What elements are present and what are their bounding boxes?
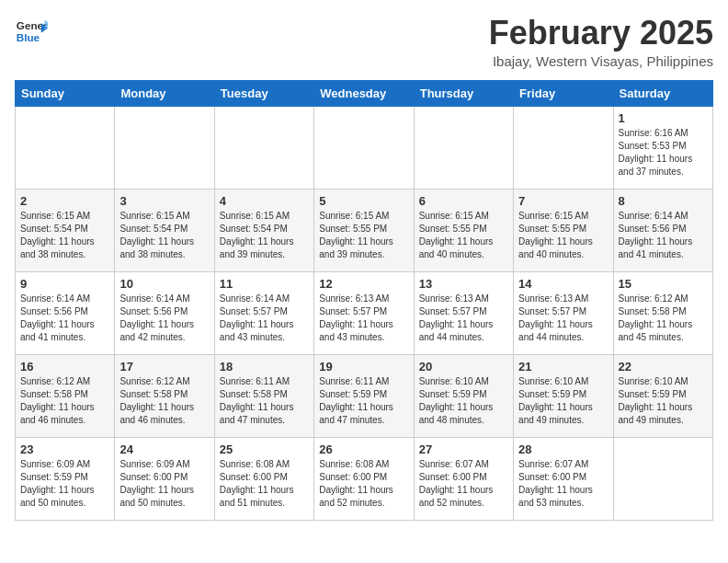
day-info: Sunrise: 6:16 AM Sunset: 5:53 PM Dayligh…	[619, 127, 708, 178]
calendar-cell: 3Sunrise: 6:15 AM Sunset: 5:54 PM Daylig…	[115, 189, 214, 271]
calendar-cell: 16Sunrise: 6:12 AM Sunset: 5:58 PM Dayli…	[16, 354, 115, 437]
weekday-header-saturday: Saturday	[613, 80, 712, 106]
calendar-cell: 27Sunrise: 6:07 AM Sunset: 6:00 PM Dayli…	[414, 437, 513, 520]
day-info: Sunrise: 6:12 AM Sunset: 5:58 PM Dayligh…	[20, 375, 109, 427]
location-subtitle: Ibajay, Western Visayas, Philippines	[489, 53, 713, 69]
day-info: Sunrise: 6:15 AM Sunset: 5:54 PM Dayligh…	[220, 210, 309, 261]
day-info: Sunrise: 6:09 AM Sunset: 5:59 PM Dayligh…	[20, 458, 109, 510]
day-info: Sunrise: 6:15 AM Sunset: 5:55 PM Dayligh…	[419, 210, 508, 261]
weekday-header-tuesday: Tuesday	[214, 80, 313, 106]
calendar-cell: 4Sunrise: 6:15 AM Sunset: 5:54 PM Daylig…	[214, 189, 313, 271]
day-number: 7	[518, 194, 608, 208]
day-number: 9	[20, 277, 109, 291]
weekday-header-monday: Monday	[115, 80, 214, 106]
calendar-cell: 13Sunrise: 6:13 AM Sunset: 5:57 PM Dayli…	[414, 271, 513, 354]
day-info: Sunrise: 6:14 AM Sunset: 5:56 PM Dayligh…	[119, 293, 209, 344]
calendar-cell	[115, 106, 214, 189]
day-number: 1	[619, 111, 708, 125]
day-info: Sunrise: 6:15 AM Sunset: 5:55 PM Dayligh…	[319, 210, 408, 261]
logo: General Blue	[15, 15, 48, 48]
day-info: Sunrise: 6:15 AM Sunset: 5:55 PM Dayligh…	[518, 210, 608, 261]
day-info: Sunrise: 6:11 AM Sunset: 5:59 PM Dayligh…	[319, 375, 408, 427]
day-info: Sunrise: 6:11 AM Sunset: 5:58 PM Dayligh…	[220, 375, 309, 427]
day-info: Sunrise: 6:13 AM Sunset: 5:57 PM Dayligh…	[319, 293, 408, 344]
day-number: 6	[419, 194, 508, 208]
day-number: 19	[319, 360, 408, 373]
day-number: 5	[319, 194, 408, 208]
calendar-cell: 10Sunrise: 6:14 AM Sunset: 5:56 PM Dayli…	[115, 271, 214, 354]
week-row-2: 2Sunrise: 6:15 AM Sunset: 5:54 PM Daylig…	[16, 189, 713, 271]
calendar-cell	[414, 106, 513, 189]
day-number: 22	[619, 360, 708, 373]
day-info: Sunrise: 6:08 AM Sunset: 6:00 PM Dayligh…	[319, 458, 408, 510]
calendar-cell: 5Sunrise: 6:15 AM Sunset: 5:55 PM Daylig…	[314, 189, 414, 271]
day-number: 13	[419, 277, 508, 291]
day-info: Sunrise: 6:15 AM Sunset: 5:54 PM Dayligh…	[119, 210, 209, 261]
calendar-cell: 6Sunrise: 6:15 AM Sunset: 5:55 PM Daylig…	[414, 189, 513, 271]
calendar-cell: 12Sunrise: 6:13 AM Sunset: 5:57 PM Dayli…	[314, 271, 414, 354]
day-info: Sunrise: 6:13 AM Sunset: 5:57 PM Dayligh…	[518, 293, 608, 344]
calendar-cell: 28Sunrise: 6:07 AM Sunset: 6:00 PM Dayli…	[514, 437, 613, 520]
day-info: Sunrise: 6:14 AM Sunset: 5:57 PM Dayligh…	[220, 293, 309, 344]
day-info: Sunrise: 6:10 AM Sunset: 5:59 PM Dayligh…	[419, 375, 508, 427]
day-number: 16	[20, 360, 109, 373]
month-year-title: February 2025	[489, 15, 713, 52]
calendar-cell: 1Sunrise: 6:16 AM Sunset: 5:53 PM Daylig…	[613, 106, 712, 189]
day-number: 17	[119, 360, 209, 373]
day-number: 4	[220, 194, 309, 208]
calendar-cell: 19Sunrise: 6:11 AM Sunset: 5:59 PM Dayli…	[314, 354, 414, 437]
weekday-header-thursday: Thursday	[414, 80, 513, 106]
calendar-cell	[314, 106, 414, 189]
day-number: 3	[119, 194, 209, 208]
calendar-cell: 2Sunrise: 6:15 AM Sunset: 5:54 PM Daylig…	[16, 189, 115, 271]
calendar-cell: 22Sunrise: 6:10 AM Sunset: 5:59 PM Dayli…	[613, 354, 712, 437]
day-info: Sunrise: 6:09 AM Sunset: 6:00 PM Dayligh…	[119, 458, 209, 510]
day-number: 23	[20, 442, 109, 456]
week-row-1: 1Sunrise: 6:16 AM Sunset: 5:53 PM Daylig…	[16, 106, 713, 189]
calendar-cell	[214, 106, 313, 189]
day-info: Sunrise: 6:14 AM Sunset: 5:56 PM Dayligh…	[20, 293, 109, 344]
day-number: 24	[119, 442, 209, 456]
calendar-cell: 26Sunrise: 6:08 AM Sunset: 6:00 PM Dayli…	[314, 437, 414, 520]
calendar-cell	[613, 437, 712, 520]
day-info: Sunrise: 6:07 AM Sunset: 6:00 PM Dayligh…	[419, 458, 508, 510]
calendar-cell: 11Sunrise: 6:14 AM Sunset: 5:57 PM Dayli…	[214, 271, 313, 354]
day-number: 28	[518, 442, 608, 456]
day-info: Sunrise: 6:10 AM Sunset: 5:59 PM Dayligh…	[619, 375, 708, 427]
weekday-header-friday: Friday	[514, 80, 613, 106]
day-number: 11	[220, 277, 309, 291]
day-number: 25	[220, 442, 309, 456]
day-number: 26	[319, 442, 408, 456]
day-number: 21	[518, 360, 608, 373]
day-number: 8	[619, 194, 708, 208]
day-number: 18	[220, 360, 309, 373]
calendar-cell: 7Sunrise: 6:15 AM Sunset: 5:55 PM Daylig…	[514, 189, 613, 271]
day-info: Sunrise: 6:14 AM Sunset: 5:56 PM Dayligh…	[619, 210, 708, 261]
day-number: 27	[419, 442, 508, 456]
day-number: 10	[119, 277, 209, 291]
day-info: Sunrise: 6:12 AM Sunset: 5:58 PM Dayligh…	[119, 375, 209, 427]
calendar-cell: 24Sunrise: 6:09 AM Sunset: 6:00 PM Dayli…	[115, 437, 214, 520]
day-info: Sunrise: 6:08 AM Sunset: 6:00 PM Dayligh…	[220, 458, 309, 510]
day-number: 20	[419, 360, 508, 373]
calendar-cell: 9Sunrise: 6:14 AM Sunset: 5:56 PM Daylig…	[16, 271, 115, 354]
calendar-cell: 17Sunrise: 6:12 AM Sunset: 5:58 PM Dayli…	[115, 354, 214, 437]
week-row-3: 9Sunrise: 6:14 AM Sunset: 5:56 PM Daylig…	[16, 271, 713, 354]
week-row-4: 16Sunrise: 6:12 AM Sunset: 5:58 PM Dayli…	[16, 354, 713, 437]
day-number: 12	[319, 277, 408, 291]
day-info: Sunrise: 6:15 AM Sunset: 5:54 PM Dayligh…	[20, 210, 109, 261]
title-block: February 2025 Ibajay, Western Visayas, P…	[489, 15, 713, 69]
calendar-cell	[16, 106, 115, 189]
day-number: 15	[619, 277, 708, 291]
calendar-cell: 18Sunrise: 6:11 AM Sunset: 5:58 PM Dayli…	[214, 354, 313, 437]
day-info: Sunrise: 6:13 AM Sunset: 5:57 PM Dayligh…	[419, 293, 508, 344]
svg-text:Blue: Blue	[17, 31, 40, 43]
calendar-cell: 20Sunrise: 6:10 AM Sunset: 5:59 PM Dayli…	[414, 354, 513, 437]
weekday-header-sunday: Sunday	[16, 80, 115, 106]
calendar-cell: 23Sunrise: 6:09 AM Sunset: 5:59 PM Dayli…	[16, 437, 115, 520]
weekday-header-wednesday: Wednesday	[314, 80, 414, 106]
calendar-cell: 25Sunrise: 6:08 AM Sunset: 6:00 PM Dayli…	[214, 437, 313, 520]
day-info: Sunrise: 6:12 AM Sunset: 5:58 PM Dayligh…	[619, 293, 708, 344]
calendar-cell: 15Sunrise: 6:12 AM Sunset: 5:58 PM Dayli…	[613, 271, 712, 354]
calendar-cell	[514, 106, 613, 189]
